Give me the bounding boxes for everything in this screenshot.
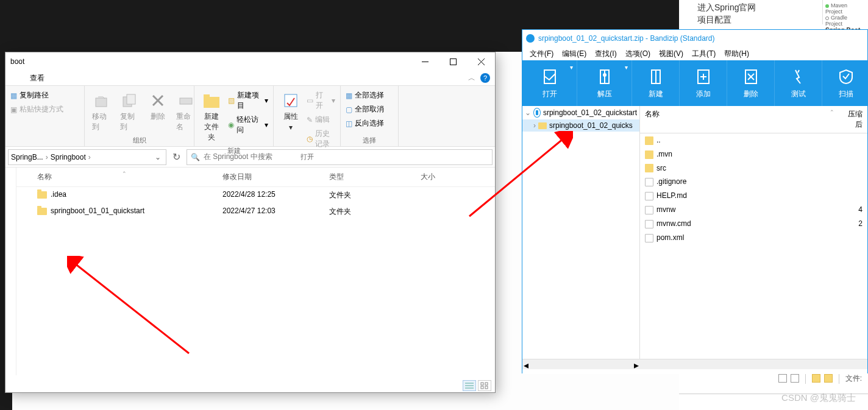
group-select-label: 选择: [346, 135, 393, 145]
tab-view[interactable]: 查看: [23, 71, 52, 86]
explorer-titlebar[interactable]: boot: [5, 52, 495, 71]
svg-rect-11: [204, 94, 210, 97]
list-item[interactable]: mvnw.cmd2: [640, 217, 867, 231]
file-icon: [645, 178, 653, 186]
list-item[interactable]: mvnw4: [640, 203, 867, 217]
crumb-dropdown-icon[interactable]: ⌄: [152, 153, 163, 161]
menu-file[interactable]: 文件(F): [526, 48, 557, 60]
breadcrumb[interactable]: SpringB...› Springboot› ⌄: [8, 149, 166, 165]
copy-icon: [120, 91, 140, 110]
details-view-button[interactable]: [463, 380, 476, 391]
svg-rect-12: [285, 94, 297, 107]
tb-scan-button[interactable]: 扫描: [822, 60, 868, 106]
properties-button[interactable]: 属性 ▾: [279, 88, 303, 134]
new-item-button[interactable]: ▧新建项目 ▾: [228, 88, 268, 113]
explorer-nav-pane-sliver: [5, 168, 16, 375]
tree-child[interactable]: ›srpingboot_01_02_quicks: [522, 119, 639, 132]
new-folder-button[interactable]: 新建 文件夹: [199, 88, 224, 145]
expand-icon[interactable]: ⌄: [525, 108, 531, 117]
folder-icon: [37, 191, 47, 199]
search-icon: 🔍: [191, 153, 200, 161]
menu-options[interactable]: 选项(O): [622, 48, 654, 60]
scroll-left-icon[interactable]: ◂: [524, 359, 528, 369]
help-icon[interactable]: ?: [480, 73, 490, 83]
open-archive-icon: [540, 67, 560, 87]
svg-rect-18: [481, 386, 483, 389]
open-icon: ▭: [307, 96, 313, 105]
bg-text-1: 进入Spring官网: [697, 1, 756, 13]
table-row[interactable]: springboot_01_01_quickstart2022/4/27 12:…: [16, 203, 495, 220]
expand-icon[interactable]: ›: [533, 121, 536, 130]
svg-rect-4: [96, 98, 107, 107]
tree-root[interactable]: ⌄srpingboot_01_02_quickstart: [522, 106, 639, 119]
copy-path-button[interactable]: ▦复制路径: [10, 88, 63, 102]
bandizip-file-list[interactable]: 名称 ⌃ 压缩后 ...mvnsrc.gitignoreHELP.mdmvnw4…: [640, 106, 867, 359]
search-input[interactable]: 🔍 在 Springboot 中搜索: [187, 149, 493, 165]
new-item-icon: ▧: [228, 96, 235, 105]
tb-open-button[interactable]: ▾打开: [522, 60, 577, 106]
easy-access-icon: ◉: [228, 121, 234, 129]
svg-rect-19: [485, 386, 488, 389]
copy-to-button: 复制到: [118, 88, 142, 135]
bandizip-column-headers[interactable]: 名称 ⌃ 压缩后: [640, 106, 867, 133]
chevron-down-icon[interactable]: ▾: [625, 64, 628, 71]
bg-mini-toolbar: 文件:: [778, 373, 862, 384]
table-row[interactable]: .idea2022/4/28 12:25文件夹: [16, 187, 495, 203]
easy-access-button[interactable]: ◉轻松访问 ▾: [228, 113, 268, 137]
refresh-icon[interactable]: ↻: [170, 151, 183, 163]
icons-view-button[interactable]: [478, 380, 491, 391]
list-item[interactable]: .gitignore: [640, 175, 867, 189]
explorer-window: boot 查看 ︿ ? ▦复制路径 ▣粘贴快捷方式 移动到 复制到 删除 重命名…: [5, 52, 496, 393]
explorer-view-toggle: [463, 380, 491, 391]
explorer-address-bar: SpringB...› Springboot› ⌄ ↻ 🔍 在 Springbo…: [5, 147, 495, 168]
list-item[interactable]: ..: [640, 133, 867, 147]
open-button[interactable]: ▭打开 ▾: [307, 88, 335, 113]
list-item[interactable]: .mvn: [640, 147, 867, 161]
bandizip-tree[interactable]: ⌄srpingboot_01_02_quickstart ›srpingboot…: [522, 106, 640, 359]
close-button[interactable]: [467, 52, 495, 71]
select-all-button[interactable]: ▦全部选择: [346, 88, 384, 102]
crumb-1[interactable]: SpringB...: [11, 153, 43, 161]
edit-icon: ✎: [307, 116, 313, 124]
list-item[interactable]: pom.xml: [640, 231, 867, 245]
bandizip-hscrollbar[interactable]: ◂▸: [522, 359, 867, 369]
svg-rect-1: [450, 58, 456, 65]
svg-rect-17: [485, 383, 488, 385]
list-item[interactable]: src: [640, 161, 867, 175]
minimize-button[interactable]: [411, 52, 439, 71]
zip-icon: [533, 108, 541, 118]
menu-view[interactable]: 视图(V): [655, 48, 687, 60]
select-none-button[interactable]: ▢全部取消: [346, 102, 384, 116]
tb-extract-button[interactable]: ▾解压: [577, 60, 632, 106]
crumb-2[interactable]: Springboot: [51, 153, 86, 161]
ribbon-collapse-icon[interactable]: ︿: [463, 71, 480, 86]
select-none-icon: ▢: [346, 105, 352, 114]
maximize-button[interactable]: [439, 52, 467, 71]
tb-test-button[interactable]: 测试: [775, 60, 822, 106]
file-icon: [645, 192, 653, 200]
invert-selection-button[interactable]: ◫反向选择: [346, 116, 384, 130]
file-icon: [645, 206, 653, 214]
bandizip-app-icon: [526, 34, 535, 43]
bg-side-box: Maven Project Gradle Project Spring Boot: [822, 0, 868, 24]
menu-help[interactable]: 帮助(H): [720, 48, 753, 60]
menu-tools[interactable]: 工具(T): [688, 48, 719, 60]
tb-delete-button[interactable]: 删除: [727, 60, 775, 106]
bandizip-titlebar[interactable]: srpingboot_01_02_quickstart.zip - Bandiz…: [522, 30, 867, 47]
column-headers[interactable]: 名称⌃ 修改日期 类型 大小: [16, 168, 495, 187]
move-icon: [92, 91, 112, 110]
group-organize-label: 组织: [90, 135, 189, 145]
scan-icon: [836, 67, 856, 87]
svg-rect-10: [204, 97, 219, 108]
scroll-right-icon[interactable]: ▸: [634, 359, 639, 369]
properties-icon: [281, 91, 301, 110]
tb-add-button[interactable]: 添加: [680, 60, 727, 106]
bandizip-toolbar: ▾打开 ▾解压 新建 添加 删除 测试 扫描: [522, 60, 867, 106]
menu-find[interactable]: 查找(I): [591, 48, 620, 60]
tb-new-button[interactable]: 新建: [632, 60, 680, 106]
explorer-file-list[interactable]: 名称⌃ 修改日期 类型 大小 .idea2022/4/28 12:25文件夹sp…: [16, 168, 495, 372]
menu-edit[interactable]: 编辑(E): [558, 48, 590, 60]
chevron-down-icon[interactable]: ▾: [570, 64, 573, 71]
list-item[interactable]: HELP.md: [640, 189, 867, 203]
paste-shortcut-button: ▣粘贴快捷方式: [10, 102, 63, 116]
